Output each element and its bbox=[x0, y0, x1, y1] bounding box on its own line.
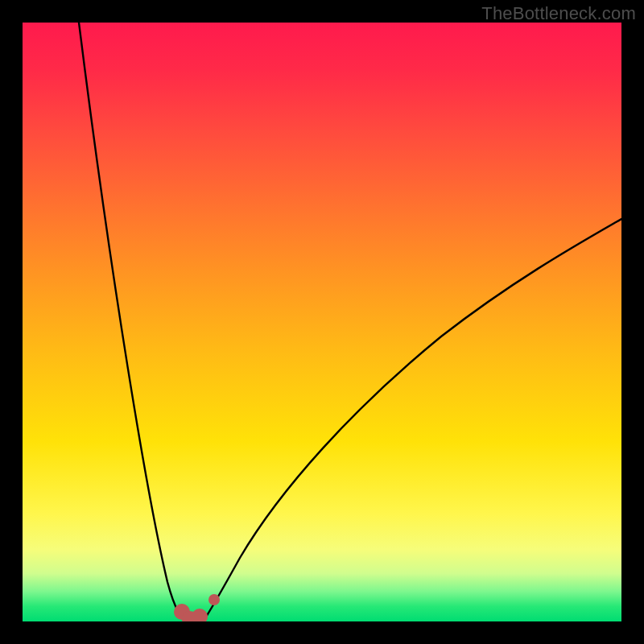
watermark-text: TheBottleneck.com bbox=[481, 3, 636, 24]
marker-valley-right bbox=[192, 609, 208, 621]
curve-left-branch bbox=[79, 23, 184, 619]
bottleneck-curve-chart bbox=[23, 23, 621, 621]
marker-tail-dot bbox=[208, 594, 220, 605]
plot-frame bbox=[23, 23, 621, 621]
curve-right-branch bbox=[204, 219, 621, 619]
